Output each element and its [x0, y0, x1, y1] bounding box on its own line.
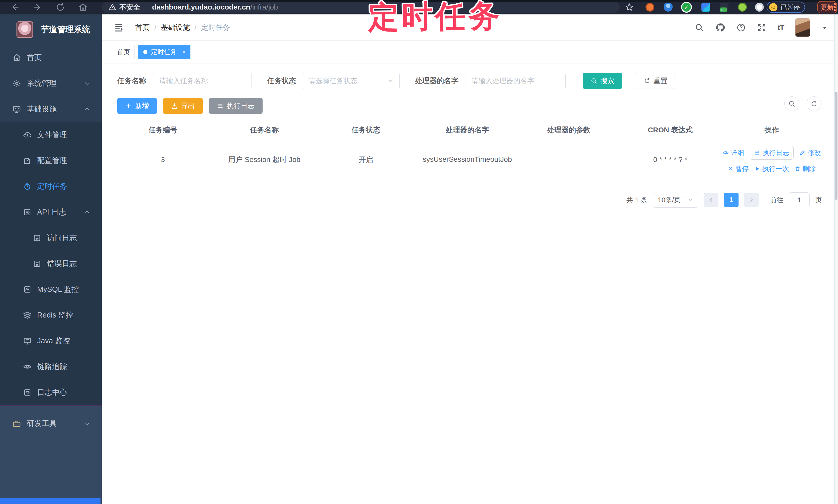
github-icon[interactable] [715, 23, 725, 33]
cell-job-name: 用户 Session 超时 Job [214, 155, 315, 165]
breadcrumb-home[interactable]: 首页 [135, 23, 150, 33]
profile-paused-chip[interactable]: ☺ 已暂停 [767, 2, 805, 13]
refresh-icon[interactable] [806, 96, 821, 111]
extension-on-badge: on [720, 7, 727, 12]
detail-link[interactable]: 详细 [722, 148, 744, 157]
reset-button-label: 重置 [653, 76, 667, 86]
sidebar-item-config-management[interactable]: 配置管理 [0, 148, 102, 174]
sidebar-item-redis-monitor[interactable]: Redis 监控 [0, 302, 102, 328]
sidebar-item-trace[interactable]: 链路追踪 [0, 354, 102, 380]
mysql-icon [23, 285, 32, 293]
goto-page-input[interactable] [789, 192, 810, 207]
sidebar-item-label: API 日志 [37, 207, 66, 217]
tab-scheduled-jobs[interactable]: 定时任务 × [138, 45, 190, 59]
extension-icon-5[interactable]: on [720, 3, 729, 12]
extension-icon-3[interactable]: ✓ [682, 3, 691, 12]
sidebar-item-access-log[interactable]: 访问日志 [0, 225, 102, 251]
search-button[interactable]: 搜索 [583, 73, 622, 89]
reset-button[interactable]: 重置 [636, 73, 676, 89]
edit-link[interactable]: 修改 [799, 148, 821, 157]
column-header: 处理器的名字 [417, 125, 518, 135]
page-number-1[interactable]: 1 [724, 193, 738, 207]
cell-actions: 详细 执行日志 修改 [721, 146, 823, 173]
avatar[interactable] [795, 18, 810, 37]
sidebar-item-infrastructure[interactable]: 基础设施 [0, 96, 102, 122]
extension-icon-2[interactable] [664, 3, 673, 12]
browser-back-icon[interactable] [10, 3, 20, 12]
chevron-up-icon [84, 209, 90, 216]
sidebar-item-file-management[interactable]: 文件管理 [0, 122, 102, 148]
column-header: 处理器的参数 [518, 125, 619, 135]
row-exec-log-link[interactable]: 执行日志 [750, 146, 794, 160]
prev-page-icon[interactable] [704, 193, 718, 207]
sidebar-item-label: Redis 监控 [37, 310, 73, 320]
sidebar-item-scheduled-jobs[interactable]: 定时任务 [0, 174, 102, 199]
trace-eye-icon [23, 363, 32, 371]
page-size-value: 10条/页 [658, 196, 681, 204]
browser-menu-icon[interactable]: ••• [833, 3, 836, 12]
access-log-icon [33, 234, 41, 242]
tab-close-icon[interactable]: × [182, 49, 186, 56]
sidebar-item-label: Java 监控 [37, 336, 70, 346]
sidebar-item-api-log[interactable]: API 日志 [0, 199, 102, 225]
extension-icon-1[interactable] [646, 3, 654, 12]
browser-forward-icon[interactable] [33, 3, 42, 12]
sidebar-item-label: MySQL 监控 [37, 284, 79, 294]
extension-icon-4[interactable] [701, 3, 710, 12]
column-header: 任务编号 [112, 125, 214, 135]
devtools-icon [12, 419, 21, 428]
job-name-label: 任务名称 [117, 76, 146, 86]
app-logo-row[interactable]: 芋道管理系统 [0, 14, 102, 45]
sidebar-item-system[interactable]: 系统管理 [0, 71, 102, 96]
scrollbar-thumb[interactable] [835, 92, 837, 200]
home-icon [12, 53, 21, 62]
browser-reload-icon[interactable] [56, 3, 65, 12]
page-scrollbar[interactable] [834, 14, 838, 504]
export-button[interactable]: 导出 [163, 98, 203, 114]
fullscreen-icon[interactable] [757, 23, 766, 32]
extension-icon-6[interactable] [738, 3, 747, 12]
page-size-select[interactable]: 10条/页 [653, 192, 698, 208]
toggle-search-icon[interactable] [784, 96, 799, 111]
column-header: CRON 表达式 [619, 125, 721, 135]
breadcrumb: 首页 / 基础设施 / 定时任务 [135, 23, 230, 33]
run-once-link[interactable]: 执行一次 [754, 164, 789, 173]
cell-handler-name: sysUserSessionTimeoutJob [417, 154, 518, 165]
sidebar-item-label: 访问日志 [47, 233, 77, 243]
breadcrumb-separator: / [154, 23, 156, 32]
exec-log-button[interactable]: 执行日志 [209, 98, 263, 114]
sidebar-item-home[interactable]: 首页 [0, 45, 102, 71]
column-header: 任务状态 [315, 125, 417, 135]
job-status-select[interactable]: 请选择任务状态 [303, 73, 400, 89]
delete-link[interactable]: 删除 [795, 164, 816, 173]
next-page-icon[interactable] [744, 193, 758, 207]
pause-link[interactable]: 暂停 [728, 164, 749, 173]
tab-home[interactable]: 首页 [112, 45, 135, 59]
select-chevron-down-icon [387, 78, 394, 84]
font-size-icon[interactable]: tT [778, 23, 784, 32]
sidebar-item-error-log[interactable]: 错误日志 [0, 251, 102, 276]
api-log-icon [23, 208, 32, 216]
add-button[interactable]: 新增 [117, 98, 157, 114]
search-icon[interactable] [695, 23, 704, 32]
sidebar-item-java-monitor[interactable]: Java 监控 [0, 328, 102, 354]
sidebar-item-devtools[interactable]: 研发工具 [0, 411, 102, 436]
avatar-caret-down-icon[interactable] [821, 24, 828, 31]
handler-name-input[interactable] [465, 73, 565, 89]
sidebar-item-log-center[interactable]: 日志中心 [0, 380, 102, 406]
browser-home-icon[interactable] [78, 3, 88, 12]
hamburger-icon[interactable] [114, 22, 124, 33]
redis-icon [23, 311, 32, 319]
address-bar[interactable]: 不安全 dashboard.yudao.iocoder.cn /infra/jo… [102, 2, 620, 13]
job-name-input[interactable] [153, 73, 252, 89]
breadcrumb-infrastructure[interactable]: 基础设施 [161, 23, 190, 33]
gear-icon [12, 79, 21, 88]
filter-form: 任务名称 任务状态 请选择任务状态 处理器的名字 搜索 重置 [102, 64, 838, 89]
select-placeholder: 请选择任务状态 [309, 76, 357, 86]
help-icon[interactable] [736, 23, 746, 32]
tab-label: 定时任务 [151, 48, 177, 56]
bookmark-star-icon[interactable] [625, 3, 634, 12]
sidebar-item-mysql-monitor[interactable]: MySQL 监控 [0, 276, 102, 302]
breadcrumb-current: 定时任务 [201, 23, 230, 33]
extension-icon-7[interactable] [755, 3, 764, 12]
